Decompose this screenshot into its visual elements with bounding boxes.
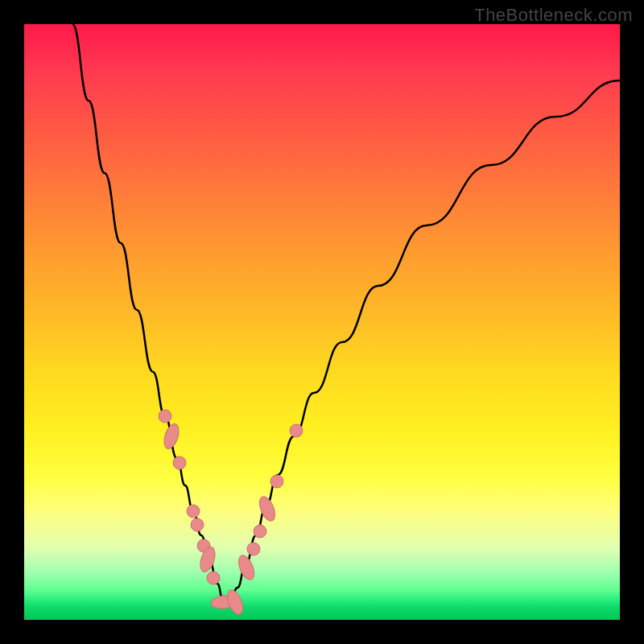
data-marker xyxy=(236,553,258,582)
data-marker xyxy=(161,422,181,450)
data-marker xyxy=(254,525,266,538)
bottleneck-chart xyxy=(24,24,620,620)
watermark-text: TheBottleneck.com xyxy=(474,5,633,26)
data-marker xyxy=(191,518,204,531)
data-marker xyxy=(187,505,200,518)
right-curve xyxy=(229,80,620,604)
data-marker xyxy=(257,494,279,523)
data-marker xyxy=(247,543,260,555)
data-markers xyxy=(159,410,303,617)
data-marker xyxy=(290,424,303,437)
data-marker xyxy=(173,456,186,469)
data-marker xyxy=(159,410,171,423)
data-marker xyxy=(270,475,283,488)
left-curve xyxy=(72,24,224,604)
data-marker xyxy=(207,572,220,584)
